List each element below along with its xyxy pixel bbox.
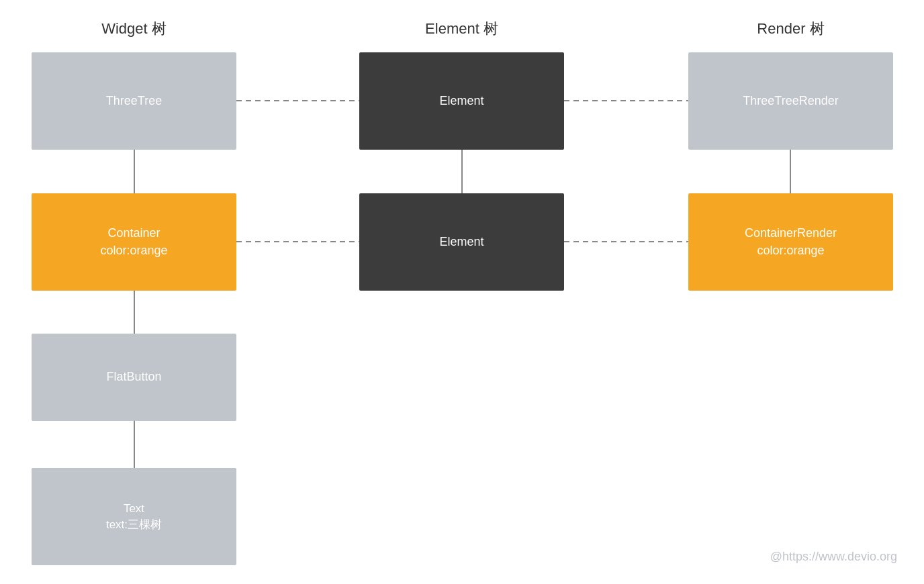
node-container-widget: Container color:orange <box>32 193 236 291</box>
node-flatbutton-widget-label: FlatButton <box>106 369 161 385</box>
render-tree-header: Render 树 <box>688 19 893 39</box>
node-element-2: Element <box>359 193 564 291</box>
element-tree-header: Element 树 <box>359 19 564 39</box>
node-text-widget-label: Text text:三棵树 <box>106 501 162 533</box>
node-flatbutton-widget: FlatButton <box>32 334 236 421</box>
node-three-tree-widget: ThreeTree <box>32 52 236 150</box>
node-element-1-label: Element <box>439 93 483 109</box>
diagram: Widget 树 Element 树 Render 树 ThreeTree El… <box>0 0 924 584</box>
node-element-2-label: Element <box>439 234 483 250</box>
node-text-widget: Text text:三棵树 <box>32 468 236 565</box>
node-three-tree-widget-label: ThreeTree <box>106 93 162 109</box>
node-three-tree-render-label: ThreeTreeRender <box>743 93 838 109</box>
node-three-tree-render: ThreeTreeRender <box>688 52 893 150</box>
node-container-render: ContainerRender color:orange <box>688 193 893 291</box>
watermark: @https://www.devio.org <box>770 550 897 564</box>
widget-tree-header: Widget 树 <box>32 19 236 39</box>
node-container-widget-label: Container color:orange <box>100 225 167 258</box>
node-container-render-label: ContainerRender color:orange <box>745 225 837 258</box>
node-element-1: Element <box>359 52 564 150</box>
